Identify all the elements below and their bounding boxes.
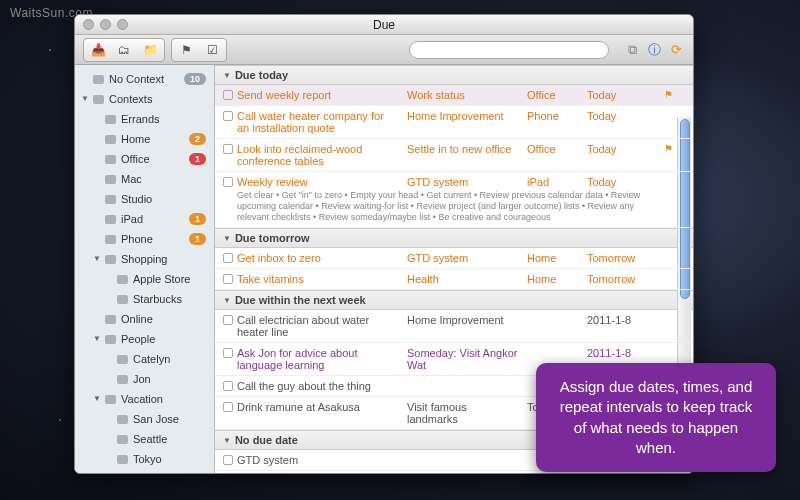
sidebar-item[interactable]: Tokyo — [75, 449, 214, 469]
task-context: GTD system — [407, 252, 527, 264]
search-input[interactable] — [409, 41, 609, 59]
disclosure-icon[interactable]: ▼ — [93, 251, 101, 267]
checkbox[interactable] — [223, 402, 233, 412]
section-title: Due tomorrow — [235, 232, 310, 244]
checkbox[interactable] — [223, 274, 233, 284]
context-icon — [103, 313, 117, 325]
disclosure-icon[interactable]: ▼ — [223, 296, 231, 305]
flag-icon[interactable]: ⚑ — [664, 89, 673, 100]
sidebar-item[interactable]: Errands — [75, 109, 214, 129]
toolbar-action-group: ⚑ ☑ — [171, 38, 227, 62]
sidebar-item[interactable]: ▼Vacation — [75, 389, 214, 409]
sidebar-item[interactable]: Studio — [75, 189, 214, 209]
sidebar-item[interactable]: Apple Store — [75, 269, 214, 289]
flag-button[interactable]: ⚑ — [174, 41, 198, 59]
sidebar-item-label: People — [121, 331, 206, 347]
projects-button[interactable]: 🗂 — [112, 41, 136, 59]
sidebar-item[interactable]: ▼Contexts — [75, 89, 214, 109]
checkbox[interactable] — [223, 177, 233, 187]
sidebar-item[interactable]: Home2 — [75, 129, 214, 149]
checkbox[interactable] — [223, 253, 233, 263]
contexts-button[interactable]: 📁 — [138, 41, 162, 59]
task-title: GTD system — [237, 454, 407, 466]
task-title: Call the guy about the thing — [237, 380, 407, 392]
count-badge: 2 — [189, 133, 206, 145]
close-icon[interactable] — [83, 19, 94, 30]
context-icon — [91, 73, 105, 85]
task-title: Take vitamins — [237, 273, 407, 285]
titlebar[interactable]: Due — [75, 15, 693, 35]
inbox-button[interactable]: 📥 — [86, 41, 110, 59]
task-row[interactable]: Weekly reviewGTD systemiPadTodayGet clea… — [215, 172, 693, 228]
sidebar-item[interactable]: No Context10 — [75, 69, 214, 89]
task-row[interactable]: Call electrician about water heater line… — [215, 310, 693, 343]
sidebar-item-label: Online — [121, 311, 206, 327]
disclosure-icon[interactable]: ▼ — [93, 391, 101, 407]
task-location: Home — [527, 252, 587, 264]
disclosure-icon[interactable]: ▼ — [223, 436, 231, 445]
context-icon — [103, 213, 117, 225]
task-context: Settle in to new office — [407, 143, 527, 167]
sidebar-item[interactable]: Catelyn — [75, 349, 214, 369]
task-context: Work status — [407, 89, 527, 101]
sidebar-item-label: Catelyn — [133, 351, 206, 367]
sidebar-item-label: Shopping — [121, 251, 206, 267]
disclosure-icon[interactable]: ▼ — [81, 91, 89, 107]
context-icon — [115, 453, 129, 465]
section-header[interactable]: ▼Due tomorrow — [215, 228, 693, 248]
task-due: Today — [587, 143, 657, 167]
link-icon[interactable]: ⧉ — [623, 41, 641, 59]
task-row[interactable]: Take vitaminsHealthHomeTomorrow — [215, 269, 693, 290]
section-header[interactable]: ▼Due today — [215, 65, 693, 85]
sidebar-item-label: No Context — [109, 71, 184, 87]
sidebar-item-label: Tokyo — [133, 451, 206, 467]
info-icon[interactable]: ⓘ — [645, 41, 663, 59]
task-location: Office — [527, 143, 587, 167]
disclosure-icon[interactable]: ▼ — [223, 234, 231, 243]
checkbox[interactable] — [223, 90, 233, 100]
task-location: Phone — [527, 110, 587, 134]
window-title: Due — [373, 18, 395, 32]
context-icon — [103, 153, 117, 165]
task-title: Drink ramune at Asakusa — [237, 401, 407, 425]
sidebar-item[interactable]: Seattle — [75, 429, 214, 449]
checkbox[interactable] — [223, 315, 233, 325]
search-field[interactable] — [409, 41, 609, 59]
sidebar-item[interactable]: San Jose — [75, 409, 214, 429]
task-location: Home — [527, 273, 587, 285]
task-row[interactable]: Look into reclaimed-wood conference tabl… — [215, 139, 693, 172]
checkbox[interactable] — [223, 381, 233, 391]
checkbox[interactable] — [223, 111, 233, 121]
sidebar-item[interactable]: Jon — [75, 369, 214, 389]
count-badge: 1 — [189, 233, 206, 245]
toolbar-right: ⧉ ⓘ ⟳ — [623, 41, 685, 59]
sidebar-item[interactable]: Phone1 — [75, 229, 214, 249]
checkbox[interactable] — [223, 455, 233, 465]
sidebar-item[interactable]: Office1 — [75, 149, 214, 169]
task-due: Today — [587, 110, 657, 134]
sidebar-item[interactable]: Starbucks — [75, 289, 214, 309]
context-icon — [115, 353, 129, 365]
disclosure-icon[interactable]: ▼ — [93, 331, 101, 347]
context-icon — [103, 233, 117, 245]
sidebar-item[interactable]: Online — [75, 309, 214, 329]
section-header[interactable]: ▼Due within the next week — [215, 290, 693, 310]
task-row[interactable]: Get inbox to zeroGTD systemHomeTomorrow — [215, 248, 693, 269]
sidebar-item[interactable]: ▼Shopping — [75, 249, 214, 269]
checkbox[interactable] — [223, 348, 233, 358]
sidebar-item[interactable]: iPad1 — [75, 209, 214, 229]
zoom-icon[interactable] — [117, 19, 128, 30]
task-row[interactable]: Send weekly reportWork statusOfficeToday… — [215, 85, 693, 106]
disclosure-icon[interactable]: ▼ — [223, 71, 231, 80]
checkbox[interactable] — [223, 144, 233, 154]
flag-icon[interactable]: ⚑ — [664, 143, 673, 154]
sidebar-item[interactable]: Waiting — [75, 469, 214, 473]
sidebar-item[interactable]: Mac — [75, 169, 214, 189]
task-row[interactable]: Call water heater company for an install… — [215, 106, 693, 139]
review-button[interactable]: ☑ — [200, 41, 224, 59]
sidebar-item[interactable]: ▼People — [75, 329, 214, 349]
sync-icon[interactable]: ⟳ — [667, 41, 685, 59]
task-title: Call electrician about water heater line — [237, 314, 407, 338]
minimize-icon[interactable] — [100, 19, 111, 30]
task-note: Get clear • Get "in" to zero • Empty you… — [237, 190, 685, 223]
